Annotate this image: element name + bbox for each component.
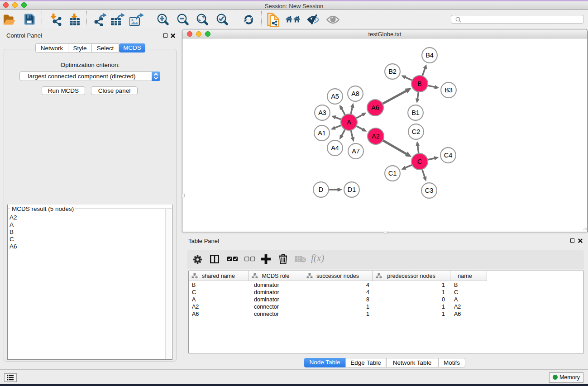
svg-text:A5: A5: [331, 93, 339, 100]
svg-text:D1: D1: [348, 186, 356, 193]
svg-text:C: C: [417, 158, 422, 165]
svg-text:A8: A8: [351, 90, 359, 97]
svg-text:A2: A2: [372, 133, 380, 140]
svg-text:A: A: [347, 119, 351, 126]
svg-text:C2: C2: [412, 128, 421, 135]
svg-text:D: D: [319, 186, 323, 193]
svg-text:B2: B2: [388, 68, 397, 75]
svg-text:C3: C3: [425, 187, 434, 194]
svg-text:B3: B3: [445, 86, 453, 94]
svg-text:A1: A1: [318, 129, 326, 137]
svg-text:C1: C1: [388, 170, 397, 177]
svg-text:B1: B1: [411, 109, 420, 116]
svg-text:B: B: [417, 80, 422, 87]
svg-text:A4: A4: [331, 144, 339, 152]
svg-text:A3: A3: [318, 109, 326, 116]
svg-text:A7: A7: [352, 148, 360, 155]
svg-text:A6: A6: [371, 104, 379, 111]
svg-text:C4: C4: [444, 152, 453, 159]
svg-text:B4: B4: [425, 52, 434, 59]
